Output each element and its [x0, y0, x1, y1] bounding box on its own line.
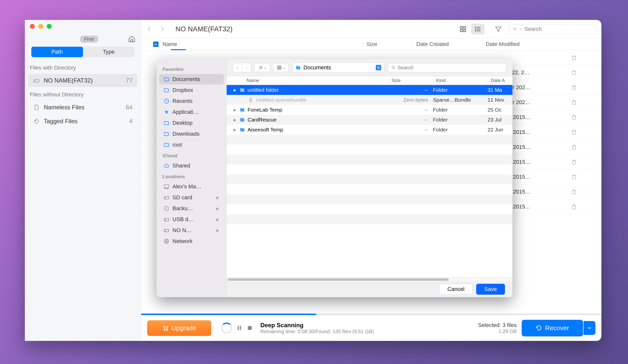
- pause-icon[interactable]: [236, 325, 242, 331]
- zoom-icon[interactable]: [47, 24, 52, 29]
- app-window: Free Path Type Files with Directory NO N…: [25, 20, 601, 341]
- dlg-icon-view[interactable]: ⌄: [274, 63, 289, 72]
- traffic-lights[interactable]: [30, 24, 52, 29]
- grid-view-button[interactable]: [456, 24, 470, 35]
- disclosure-icon[interactable]: ▸: [234, 87, 237, 93]
- dlg-forward-button[interactable]: ›: [242, 63, 251, 72]
- select-all-checkbox[interactable]: [153, 42, 158, 47]
- dlg-sidebar-item[interactable]: Desktop: [159, 118, 224, 128]
- segment-path[interactable]: Path: [31, 47, 83, 57]
- trash-icon[interactable]: [571, 84, 577, 90]
- dlg-sidebar-item[interactable]: Applicati…: [159, 107, 224, 117]
- toolbar-search[interactable]: [509, 24, 596, 34]
- dlg-sidebar-item[interactable]: Documents: [159, 74, 224, 84]
- dlg-col-date[interactable]: Date A: [488, 78, 512, 83]
- sidebar-item-label: Tagged Files: [44, 118, 78, 125]
- save-button[interactable]: Save: [476, 284, 505, 295]
- disclosure-icon[interactable]: ▸: [234, 127, 237, 133]
- sidebar-item-nameless[interactable]: Nameless Files 64: [28, 101, 137, 114]
- trash-icon[interactable]: [571, 55, 577, 61]
- home-icon[interactable]: [128, 35, 135, 43]
- dlg-col-name[interactable]: Name: [227, 78, 388, 83]
- trash-icon[interactable]: [571, 204, 577, 210]
- dlg-col-kind[interactable]: Kind: [433, 78, 488, 83]
- dlg-sidebar-item[interactable]: Backu…: [159, 203, 224, 214]
- sidebar-item-tagged[interactable]: Tagged Files 4: [28, 115, 137, 128]
- trash-icon[interactable]: [571, 129, 577, 135]
- back-icon[interactable]: [146, 26, 153, 32]
- trash-icon[interactable]: [571, 99, 577, 105]
- dlg-row[interactable]: ▸untitled folder--Folder31 Ma: [227, 85, 512, 95]
- dlg-sidebar-item[interactable]: Dropbox: [159, 85, 224, 95]
- close-icon[interactable]: [30, 24, 35, 29]
- list-icon: [474, 26, 481, 33]
- disclosure-icon[interactable]: ▸: [234, 107, 237, 113]
- dlg-row[interactable]: ▸Aiseesoft Temp--Folder22 Jun: [227, 125, 512, 135]
- svg-rect-4: [464, 26, 466, 28]
- scan-title: Deep Scanning: [260, 322, 478, 329]
- sidebar-segments: Path Type: [31, 47, 135, 57]
- cancel-button[interactable]: Cancel: [439, 284, 472, 295]
- dlg-row-empty: [227, 174, 512, 184]
- col-name[interactable]: Name: [162, 41, 177, 47]
- dlg-search[interactable]: [388, 63, 506, 72]
- dlg-sidebar-item[interactable]: Recents: [159, 96, 224, 106]
- segment-type[interactable]: Type: [83, 47, 135, 57]
- dlg-list-view[interactable]: ⌄: [255, 63, 270, 72]
- dlg-col-size[interactable]: Size: [388, 78, 433, 83]
- section-with-dir: Files with Directory: [25, 61, 141, 73]
- filter-button[interactable]: [494, 25, 502, 33]
- sidebar-item-drive[interactable]: NO NAME(FAT32) 77: [28, 74, 137, 87]
- save-dialog: Favorites DocumentsDropboxRecentsApplica…: [157, 59, 512, 297]
- eject-icon[interactable]: [215, 228, 220, 232]
- forward-icon[interactable]: [159, 26, 165, 32]
- trash-icon[interactable]: [571, 174, 577, 180]
- dlg-row[interactable]: ▸Untitled.sparsebundleZero bytesSparse…B…: [227, 95, 512, 105]
- eject-icon[interactable]: [215, 195, 220, 200]
- dlg-sidebar-item[interactable]: NO N…: [159, 225, 224, 235]
- column-headers: Name Size Date Created Date Modified: [141, 38, 601, 50]
- trash-icon[interactable]: [571, 70, 577, 75]
- stop-icon[interactable]: [246, 325, 253, 331]
- dlg-row[interactable]: ▸FoneLab Temp--Folder25 Oc: [227, 105, 512, 115]
- trash-icon[interactable]: [571, 159, 577, 165]
- eject-icon[interactable]: [215, 217, 220, 222]
- dlg-sidebar-item[interactable]: SD card: [159, 192, 224, 203]
- col-modified[interactable]: Date Modified: [482, 41, 551, 47]
- dlg-search-input[interactable]: [398, 65, 503, 71]
- folder-icon: [163, 87, 169, 93]
- recover-dropdown[interactable]: [583, 321, 595, 335]
- trash-icon[interactable]: [571, 114, 577, 120]
- dlg-sidebar-item[interactable]: Downloads: [159, 129, 224, 139]
- minimize-icon[interactable]: [38, 24, 43, 29]
- dlg-sidebar-item[interactable]: Alex's Ma…: [159, 181, 224, 192]
- dlg-scrollbar[interactable]: [227, 277, 512, 281]
- tag-icon: [33, 118, 40, 125]
- col-created[interactable]: Date Created: [412, 41, 482, 47]
- svg-rect-6: [464, 30, 466, 32]
- clock-icon: [163, 98, 169, 104]
- search-input[interactable]: [524, 26, 593, 32]
- list-view-button[interactable]: [471, 24, 485, 35]
- dlg-row[interactable]: ▸CardRescue--Folder23 Jul: [227, 115, 512, 125]
- folder-icon: [239, 127, 245, 133]
- disclosure-icon[interactable]: ▸: [234, 117, 237, 123]
- eject-icon[interactable]: [215, 206, 220, 211]
- dlg-back-button[interactable]: ‹: [233, 63, 242, 72]
- selected-count: Selected: 3 files: [478, 322, 517, 328]
- upgrade-button[interactable]: Upgrade: [147, 320, 211, 336]
- dlg-sidebar-item[interactable]: USB d…: [159, 214, 224, 225]
- recover-icon: [536, 325, 542, 331]
- dlg-location-dropdown[interactable]: Documents ⇅: [292, 63, 385, 73]
- svg-point-2: [35, 120, 36, 121]
- col-size[interactable]: Size: [362, 41, 412, 47]
- chevron-updown-icon: ⇅: [376, 65, 381, 70]
- dlg-sidebar-item[interactable]: root: [159, 140, 224, 150]
- trash-icon[interactable]: [571, 144, 577, 150]
- svg-rect-3: [461, 26, 463, 28]
- dlg-sidebar-item[interactable]: Network: [159, 236, 224, 246]
- svg-rect-34: [278, 66, 279, 67]
- dlg-sidebar-item[interactable]: Shared: [159, 160, 224, 171]
- trash-icon[interactable]: [571, 189, 577, 195]
- recover-button[interactable]: Recover: [522, 320, 583, 336]
